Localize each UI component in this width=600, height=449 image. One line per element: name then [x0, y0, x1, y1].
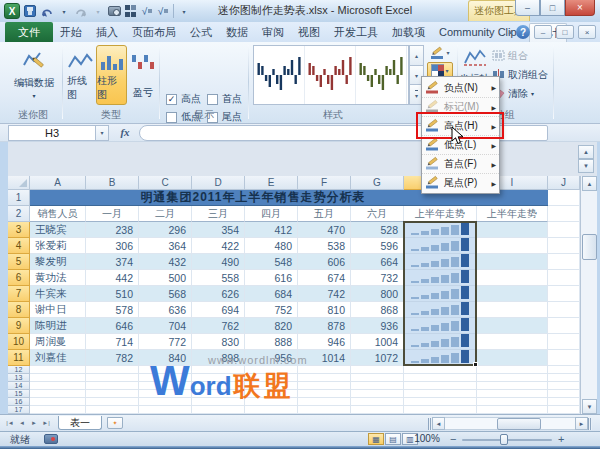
checkbox-0[interactable]: ✓高点 [166, 92, 201, 106]
cell-A17[interactable] [30, 406, 86, 414]
cell-F5[interactable]: 606 [298, 254, 351, 270]
cell-G8[interactable]: 868 [351, 302, 404, 318]
cell-G17[interactable] [351, 406, 404, 414]
cell-F16[interactable] [298, 398, 351, 406]
cell-A10[interactable]: 周润曼 [30, 334, 86, 350]
cell-I4[interactable] [477, 238, 548, 254]
cell-D15[interactable] [192, 390, 245, 398]
page-layout-view-button[interactable]: ▤ [385, 433, 401, 445]
row-header-8[interactable]: 8 [8, 302, 30, 318]
cell-E8[interactable]: 752 [245, 302, 298, 318]
cell-A14[interactable] [30, 382, 86, 390]
sheet-tab-active[interactable]: 表一 [58, 416, 102, 430]
cell-D17[interactable] [192, 406, 245, 414]
cell-G9[interactable]: 936 [351, 318, 404, 334]
cell-F7[interactable]: 742 [298, 286, 351, 302]
cell-D3[interactable]: 354 [192, 222, 245, 238]
cell-A11[interactable]: 刘嘉佳 [30, 350, 86, 366]
cell-G5[interactable]: 664 [351, 254, 404, 270]
cell-F14[interactable] [298, 382, 351, 390]
ribbon-tab-9[interactable]: 加载项 [385, 23, 432, 42]
scroll-up-icon[interactable]: ▲ [578, 145, 594, 159]
cell-A12[interactable] [30, 366, 86, 374]
cell-H17[interactable] [404, 406, 477, 414]
cell-E17[interactable] [245, 406, 298, 414]
vertical-scroll-thumb[interactable] [582, 234, 597, 260]
horizontal-scroll-thumb[interactable] [497, 418, 541, 430]
redo-icon[interactable] [74, 3, 88, 19]
cell-B3[interactable]: 238 [86, 222, 139, 238]
clear-button[interactable]: 清除 ▾ [492, 85, 552, 102]
cell-I9[interactable] [477, 318, 548, 334]
sparkline-cell-H4[interactable] [404, 238, 477, 254]
checkbox-3[interactable]: 首点 [207, 92, 242, 106]
cell-C15[interactable] [139, 390, 192, 398]
type-button-1[interactable]: 柱形图 [96, 45, 127, 105]
cell-I7[interactable] [477, 286, 548, 302]
menu-item-5[interactable]: 尾点(P)▶ [422, 173, 499, 192]
menu-item-0[interactable]: 负点(N)▶ [422, 78, 499, 97]
cell-G16[interactable] [351, 398, 404, 406]
row-header-12[interactable]: 12 [8, 366, 30, 374]
cell-J13[interactable] [548, 374, 580, 382]
cell-B17[interactable] [86, 406, 139, 414]
header-cell-I2[interactable]: 上半年走势 [477, 206, 548, 222]
cell-G11[interactable]: 1072 [351, 350, 404, 366]
gallery-up-icon[interactable]: ▴ [409, 45, 424, 66]
horizontal-scrollbar[interactable]: ◄ ► [428, 417, 592, 430]
cell-I12[interactable] [477, 366, 548, 374]
cell-G14[interactable] [351, 382, 404, 390]
cell-J10[interactable] [548, 334, 580, 350]
row-header-6[interactable]: 6 [8, 270, 30, 286]
cell-F10[interactable]: 946 [298, 334, 351, 350]
row-header-7[interactable]: 7 [8, 286, 30, 302]
cell-H14[interactable] [404, 382, 477, 390]
row-header-14[interactable]: 14 [8, 382, 30, 390]
cell-B5[interactable]: 374 [86, 254, 139, 270]
cell-E16[interactable] [245, 398, 298, 406]
row-header-17[interactable]: 17 [8, 406, 30, 414]
ribbon-tab-2[interactable]: 插入 [89, 23, 125, 42]
cell-B11[interactable]: 782 [86, 350, 139, 366]
cell-A13[interactable] [30, 374, 86, 382]
save-icon[interactable] [24, 5, 36, 17]
selection-fill-handle[interactable] [473, 362, 478, 367]
cell-A4[interactable]: 张爱莉 [30, 238, 86, 254]
ribbon-tab-4[interactable]: 公式 [183, 23, 219, 42]
undo-icon[interactable] [40, 3, 54, 19]
formula-check-icon-1[interactable]: √ [141, 3, 153, 19]
ungroup-button[interactable]: 取消组合 [492, 66, 552, 83]
sparkline-cell-H8[interactable] [404, 302, 477, 318]
cell-E11[interactable]: 956 [245, 350, 298, 366]
ribbon-tab-0[interactable]: 文件 [5, 22, 53, 42]
cell-A9[interactable]: 陈明进 [30, 318, 86, 334]
cell-D16[interactable] [192, 398, 245, 406]
edit-data-button[interactable]: 编辑数据 ▾ [10, 44, 58, 106]
cell-J8[interactable] [548, 302, 580, 318]
cell-A7[interactable]: 牛宾来 [30, 286, 86, 302]
cell-C6[interactable]: 500 [139, 270, 192, 286]
workbook-minimize-button[interactable]: – [534, 25, 552, 39]
cell-E3[interactable]: 412 [245, 222, 298, 238]
sparkline-cell-H5[interactable] [404, 254, 477, 270]
zoom-level[interactable]: 100% [409, 433, 445, 444]
cell-D9[interactable]: 762 [192, 318, 245, 334]
collapse-ribbon-icon[interactable]: ▴ [508, 28, 512, 36]
cell-I17[interactable] [477, 406, 548, 414]
camera-icon[interactable] [108, 6, 121, 16]
cell-J16[interactable] [548, 398, 580, 406]
next-sheet-icon[interactable]: ► [29, 420, 39, 426]
cell-B15[interactable] [86, 390, 139, 398]
cell-F9[interactable]: 878 [298, 318, 351, 334]
cell-C13[interactable] [139, 374, 192, 382]
cell-F13[interactable] [298, 374, 351, 382]
cell-I14[interactable] [477, 382, 548, 390]
cell-J12[interactable] [548, 366, 580, 374]
cell-D4[interactable]: 422 [192, 238, 245, 254]
help-icon[interactable]: ? [516, 25, 530, 39]
row-header-5[interactable]: 5 [8, 254, 30, 270]
cell-D5[interactable]: 490 [192, 254, 245, 270]
cell-I8[interactable] [477, 302, 548, 318]
cell-C17[interactable] [139, 406, 192, 414]
row-header-10[interactable]: 10 [8, 334, 30, 350]
